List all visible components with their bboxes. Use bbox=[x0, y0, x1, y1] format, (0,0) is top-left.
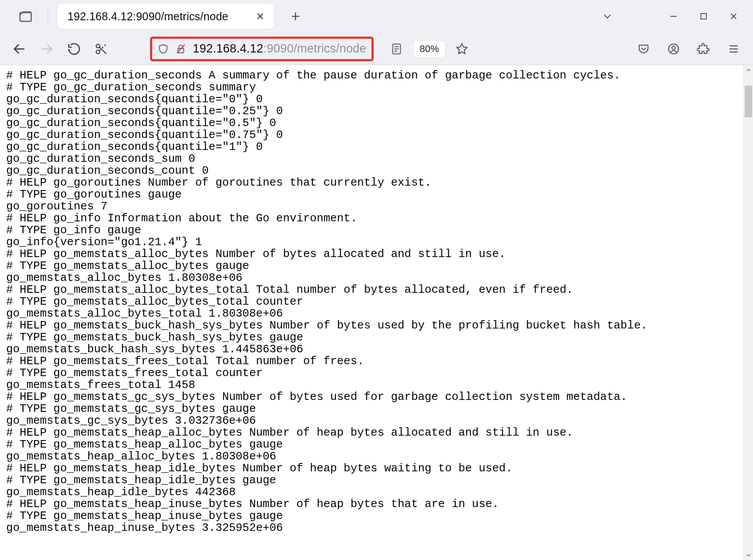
tab-overflow-button[interactable] bbox=[594, 0, 621, 33]
nav-forward-button[interactable] bbox=[38, 40, 56, 58]
arrow-left-icon bbox=[12, 41, 27, 56]
extensions-button[interactable] bbox=[695, 40, 712, 58]
container-tab-button[interactable] bbox=[11, 1, 41, 31]
shield-icon bbox=[157, 42, 169, 56]
chevron-down-icon bbox=[746, 553, 751, 558]
reload-icon bbox=[67, 42, 81, 56]
svg-point-3 bbox=[96, 50, 100, 53]
window-close-button[interactable] bbox=[719, 3, 749, 30]
svg-point-7 bbox=[672, 46, 675, 49]
address-bar[interactable]: 192.168.4.12:9090/metrics/node bbox=[150, 37, 374, 61]
svg-rect-0 bbox=[20, 13, 31, 22]
addressbar-actions: 80% bbox=[388, 40, 471, 58]
chevron-down-icon bbox=[601, 10, 614, 22]
close-icon bbox=[256, 12, 265, 21]
zoom-level[interactable]: 80% bbox=[413, 41, 445, 57]
minimize-icon bbox=[669, 12, 678, 21]
window-controls bbox=[659, 0, 749, 33]
scroll-track[interactable] bbox=[744, 75, 753, 550]
tab-active[interactable]: 192.168.4.12:9090/metrics/node bbox=[58, 4, 274, 29]
tab-title: 192.168.4.12:9090/metrics/node bbox=[67, 10, 247, 23]
plus-icon bbox=[290, 11, 301, 22]
tabbar-separator bbox=[48, 6, 48, 27]
bookmark-star-button[interactable] bbox=[453, 40, 471, 58]
vertical-scrollbar[interactable] bbox=[743, 65, 753, 560]
puzzle-icon bbox=[697, 42, 710, 56]
star-icon bbox=[455, 42, 469, 56]
lock-insecure-icon bbox=[175, 42, 187, 56]
content-wrap: # HELP go_gc_duration_seconds A summary … bbox=[0, 65, 753, 560]
nav-reload-button[interactable] bbox=[65, 40, 83, 58]
container-icon bbox=[18, 9, 33, 24]
scroll-thumb[interactable] bbox=[745, 86, 752, 117]
window-maximize-button[interactable] bbox=[689, 3, 719, 30]
maximize-icon bbox=[700, 12, 708, 20]
scroll-down-arrow[interactable] bbox=[744, 550, 753, 560]
site-security-section bbox=[157, 42, 187, 56]
svg-point-2 bbox=[96, 44, 100, 48]
url-host: 192.168.4.12 bbox=[193, 42, 263, 55]
page-content: # HELP go_gc_duration_seconds A summary … bbox=[0, 65, 743, 560]
chevron-up-icon bbox=[746, 67, 751, 73]
scroll-up-arrow[interactable] bbox=[744, 65, 753, 75]
screenshot-tool-button[interactable] bbox=[93, 40, 110, 58]
site-info-button[interactable] bbox=[175, 42, 187, 56]
close-icon bbox=[729, 12, 738, 21]
pocket-icon bbox=[637, 42, 650, 56]
tab-strip: 192.168.4.12:9090/metrics/node bbox=[0, 0, 753, 33]
new-tab-button[interactable] bbox=[285, 5, 307, 27]
tab-close-button[interactable] bbox=[253, 9, 268, 24]
nav-toolbar: 192.168.4.12:9090/metrics/node 80% bbox=[0, 33, 753, 65]
hamburger-icon bbox=[727, 43, 740, 55]
url-path: :9090/metrics/node bbox=[263, 42, 366, 55]
scissors-icon bbox=[94, 42, 109, 56]
account-button[interactable] bbox=[665, 40, 682, 58]
nav-back-button[interactable] bbox=[11, 40, 28, 58]
metrics-output: # HELP go_gc_duration_seconds A summary … bbox=[6, 70, 743, 534]
url-text: 192.168.4.12:9090/metrics/node bbox=[193, 42, 366, 56]
arrow-right-icon bbox=[39, 41, 54, 56]
account-icon bbox=[667, 42, 680, 56]
svg-rect-1 bbox=[701, 14, 707, 19]
window-minimize-button[interactable] bbox=[659, 3, 689, 30]
app-menu-button[interactable] bbox=[725, 40, 742, 58]
reader-mode-button[interactable] bbox=[388, 40, 405, 58]
tracking-protection-button[interactable] bbox=[157, 42, 169, 56]
reader-icon bbox=[390, 42, 403, 56]
pocket-button[interactable] bbox=[635, 40, 652, 58]
toolbar-right-tools bbox=[635, 40, 742, 58]
zoom-value: 80% bbox=[420, 43, 439, 54]
